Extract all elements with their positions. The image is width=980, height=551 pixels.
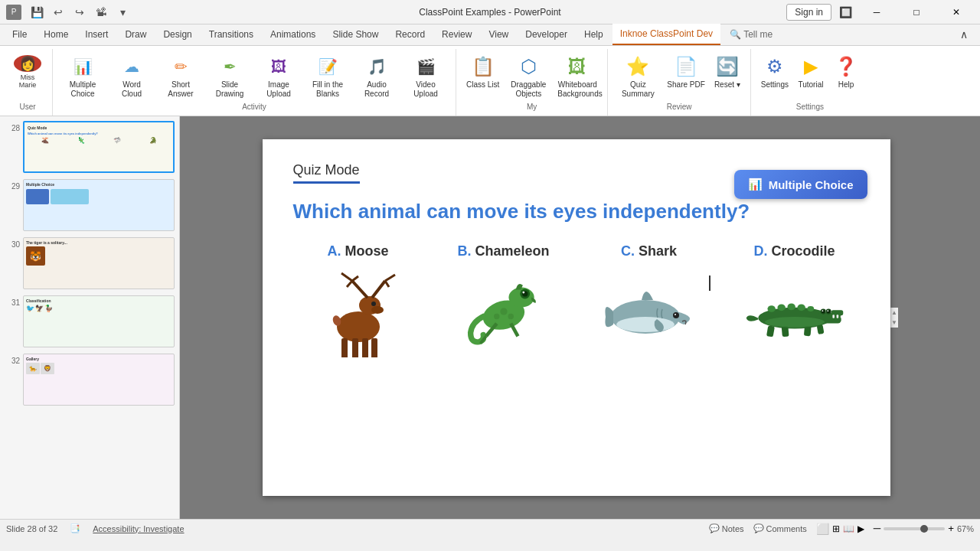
short-answer-ribbon-btn[interactable]: ✏ Short Answer <box>157 52 204 101</box>
user-avatar[interactable]: 👩 Miss Marie <box>9 52 46 92</box>
video-upload-ribbon-btn[interactable]: 🎬 Video Upload <box>402 52 449 101</box>
zoom-control[interactable]: ─ + 67% <box>874 523 974 534</box>
collapse-ribbon-button[interactable]: ∧ <box>952 24 975 45</box>
tab-help[interactable]: Help <box>577 24 611 45</box>
maximize-button[interactable]: □ <box>899 0 934 24</box>
scroll-up-arrow[interactable]: ▲ <box>890 308 899 318</box>
slide-thumb-30[interactable]: 30 The tiger is a solitary... 🐯 <box>3 236 176 291</box>
svg-point-2 <box>371 306 384 314</box>
svg-point-36 <box>807 306 814 311</box>
zoom-thumb[interactable] <box>920 525 928 533</box>
svg-point-47 <box>827 310 828 311</box>
slide-img-29[interactable]: Multiple Choice <box>23 179 175 231</box>
image-upload-label: Image Upload <box>259 80 299 99</box>
slide-thumb-32[interactable]: 32 Gallery 🐆 🦁 <box>3 352 176 407</box>
share-pdf-ribbon-btn[interactable]: 📄 Share PDF <box>663 52 708 92</box>
slide-thumb-28[interactable]: 28 Quiz Mode Which animal can move its e… <box>3 119 176 174</box>
video-upload-label: Video Upload <box>406 80 446 99</box>
ribbon-group-my: 📋 Class List ⬡ Draggable Objects 🖼 White… <box>456 49 608 116</box>
svg-point-43 <box>822 310 825 313</box>
notes-button[interactable]: 💬 Notes <box>709 523 744 533</box>
tab-home[interactable]: Home <box>36 24 76 45</box>
slide-img-32[interactable]: Gallery 🐆 🦁 <box>23 354 175 406</box>
minimize-button[interactable]: ─ <box>859 0 894 24</box>
slideshow-button[interactable]: ▶ <box>858 523 864 534</box>
word-cloud-ribbon-btn[interactable]: ☁ Word Cloud <box>108 52 155 101</box>
answer-d: D. Crocodile <box>730 243 860 357</box>
tab-search[interactable]: 🔍 Tell me <box>722 24 780 45</box>
slide-img-31[interactable]: Classification 🐦 🦅 🦆 <box>23 295 175 347</box>
audio-record-ribbon-btn[interactable]: 🎵 Audio Record <box>353 52 400 101</box>
save-button[interactable]: 💾 <box>28 3 46 21</box>
svg-point-28 <box>616 317 675 332</box>
tab-developer[interactable]: Developer <box>518 24 575 45</box>
answer-c: C. Shark <box>584 243 714 357</box>
tab-review[interactable]: Review <box>434 24 479 45</box>
whiteboard-bg-label: Whiteboard Backgrounds <box>557 80 597 99</box>
slide-img-28[interactable]: Quiz Mode Which animal can move its eyes… <box>23 121 175 173</box>
normal-view-button[interactable]: ⬜ <box>816 523 829 535</box>
help-icon: ❓ <box>834 54 858 79</box>
fill-blanks-ribbon-btn[interactable]: 📝 Fill in the Blanks <box>304 52 351 101</box>
settings-label: Settings <box>761 80 789 90</box>
tab-draw[interactable]: Draw <box>117 24 154 45</box>
animal-moose <box>309 266 408 357</box>
undo-button[interactable]: ↩ <box>49 3 67 21</box>
svg-point-14 <box>371 302 376 306</box>
image-upload-ribbon-btn[interactable]: 🖼 Image Upload <box>255 52 302 101</box>
multiple-choice-ribbon-btn[interactable]: 📊 Multiple Choice <box>59 52 106 101</box>
present-button[interactable]: 📽 <box>92 3 110 21</box>
tab-slideshow[interactable]: Slide Show <box>325 24 386 45</box>
slide-sorter-button[interactable]: ⊞ <box>832 523 840 534</box>
whiteboard-bg-ribbon-btn[interactable]: 🖼 Whiteboard Backgrounds <box>554 52 601 101</box>
svg-rect-49 <box>781 325 789 337</box>
svg-point-20 <box>522 291 524 293</box>
slide-drawing-ribbon-btn[interactable]: ✒ Slide Drawing <box>206 52 253 101</box>
tab-transitions[interactable]: Transitions <box>201 24 261 45</box>
svg-point-32 <box>767 305 775 312</box>
slide-img-30[interactable]: The tiger is a solitary... 🐯 <box>23 237 175 289</box>
image-upload-icon: 🖼 <box>266 54 291 79</box>
quiz-summary-ribbon-btn[interactable]: ⭐ Quiz Summary <box>614 52 662 101</box>
answer-c-label: C. Shark <box>621 243 677 259</box>
tab-record[interactable]: Record <box>387 24 433 45</box>
tab-insert[interactable]: Insert <box>77 24 116 45</box>
tab-design[interactable]: Design <box>155 24 199 45</box>
animal-shark <box>599 266 699 357</box>
slide-thumb-31[interactable]: 31 Classification 🐦 🦅 🦆 <box>3 294 176 349</box>
zoom-out-button[interactable]: ─ <box>874 523 880 534</box>
svg-point-44 <box>822 310 823 311</box>
comments-button[interactable]: 💬 Comments <box>753 523 807 533</box>
tutorial-icon: ▶ <box>799 54 823 79</box>
slide-thumb-29[interactable]: 29 Multiple Choice <box>3 178 176 233</box>
draggable-objects-ribbon-btn[interactable]: ⬡ Draggable Objects <box>505 52 552 101</box>
multiple-choice-activity-btn[interactable]: 📊 Multiple Choice <box>734 170 867 199</box>
tab-view[interactable]: View <box>481 24 516 45</box>
scroll-down-arrow[interactable]: ▼ <box>890 318 899 328</box>
slide-view-icon: 📑 <box>70 523 80 533</box>
reset-label: Reset ▾ <box>714 80 740 90</box>
tutorial-ribbon-btn[interactable]: ▶ Tutorial <box>794 52 828 92</box>
reset-ribbon-btn[interactable]: 🔄 Reset ▾ <box>710 52 744 92</box>
ribbon-group-settings: ⚙ Settings ▶ Tutorial ❓ Help Settings <box>751 49 869 116</box>
sign-in-button[interactable]: Sign in <box>786 4 831 21</box>
quiz-summary-label: Quiz Summary <box>618 80 658 99</box>
close-button[interactable]: ✕ <box>939 0 974 24</box>
zoom-in-button[interactable]: + <box>948 523 954 534</box>
ribbon-display-button[interactable]: 🔲 <box>836 3 854 21</box>
slide-panel[interactable]: 28 Quiz Mode Which animal can move its e… <box>0 116 180 519</box>
vertical-scrollbar[interactable]: ▲ ▼ <box>890 308 898 328</box>
help-ribbon-btn[interactable]: ❓ Help <box>829 52 863 92</box>
reading-view-button[interactable]: 📖 <box>843 523 854 534</box>
svg-rect-39 <box>832 315 835 318</box>
notes-label: Notes <box>722 524 744 533</box>
class-list-ribbon-btn[interactable]: 📋 Class List <box>462 52 503 92</box>
settings-ribbon-btn[interactable]: ⚙ Settings <box>757 52 792 92</box>
zoom-slider[interactable] <box>884 527 945 530</box>
tab-classpoint[interactable]: Inknoe ClassPoint Dev <box>612 24 720 45</box>
tab-animations[interactable]: Animations <box>263 24 323 45</box>
accessibility-info[interactable]: Accessibility: Investigate <box>93 524 184 533</box>
tab-file[interactable]: File <box>5 24 34 45</box>
more-button[interactable]: ▾ <box>113 3 132 21</box>
redo-button[interactable]: ↪ <box>70 3 89 21</box>
